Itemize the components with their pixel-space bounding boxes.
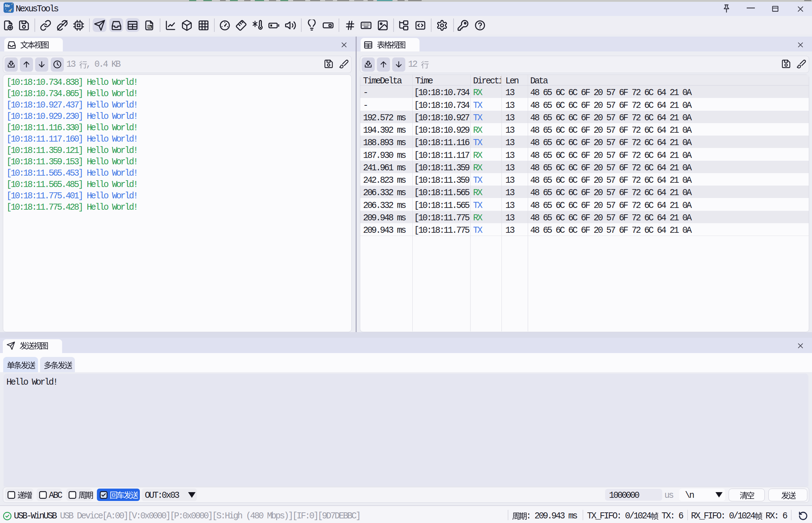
svg-text:Ne: Ne [5,4,10,8]
